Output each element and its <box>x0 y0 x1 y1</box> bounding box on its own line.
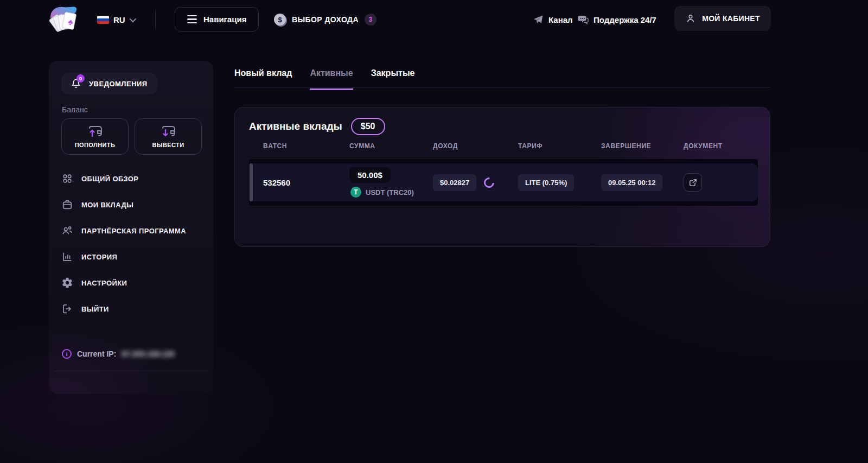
chart-icon <box>61 251 73 263</box>
navigation-label: Навигация <box>203 15 246 24</box>
header-divider <box>155 10 156 29</box>
sidebar-item-label: НАСТРОЙКИ <box>81 279 127 287</box>
sidebar-item-label: ВЫЙТИ <box>81 305 109 313</box>
row-currency-line: T USDT (TRC20) <box>349 187 414 198</box>
current-ip-value: 87.205.168.126 <box>122 350 174 358</box>
top-header: ♠ RU Навигация $ ВЫБОР ДОХОДА 3 Канал По… <box>0 0 868 39</box>
my-cabinet-label: МОЙ КАБИНЕТ <box>702 14 760 23</box>
sidebar-menu: ОБЩИЙ ОБЗОР МОИ ВКЛАДЫ ПАРТНЁРСКАЯ ПРОГР… <box>61 166 208 322</box>
telegram-icon <box>533 14 544 25</box>
row-amount-cell: 50.00$ T USDT (TRC20) <box>335 167 419 198</box>
support-link[interactable]: Поддержка 24/7 <box>577 12 656 27</box>
briefcase-icon <box>61 199 73 211</box>
chat-bubbles-icon <box>577 14 589 25</box>
total-amount-badge: $50 <box>351 118 385 135</box>
dollar-coin-icon: $ <box>274 14 286 26</box>
deposit-button[interactable]: ПОПОЛНИТЬ <box>61 118 129 155</box>
sidebar-item-label: ОБЩИЙ ОБЗОР <box>81 175 138 183</box>
column-amount: СУММА <box>335 142 419 150</box>
info-icon: i <box>62 349 72 359</box>
sidebar-footer-divider <box>54 371 208 371</box>
table-row: 532560 50.00$ T USDT (TRC20) $0.02827 LI… <box>249 163 758 201</box>
active-deposits-panel: Активные вклады $50 BATCH СУММА ДОХОД ТА… <box>234 107 770 247</box>
open-document-button[interactable] <box>684 173 702 192</box>
wallet-up-icon <box>86 125 104 139</box>
row-income-cell: $0.02827 <box>419 174 504 191</box>
panel-title: Активные вклады <box>249 120 342 132</box>
chevron-down-icon <box>129 15 136 22</box>
row-document-cell <box>669 173 758 192</box>
withdraw-label: ВЫВЕСТИ <box>152 142 184 148</box>
navigation-button[interactable]: Навигация <box>175 7 259 31</box>
deposit-label: ПОПОЛНИТЬ <box>75 142 115 148</box>
language-code: RU <box>113 15 125 24</box>
income-select-label: ВЫБОР ДОХОДА <box>292 15 359 24</box>
russian-flag-icon <box>97 16 109 24</box>
tab-new-deposit[interactable]: Новый вклад <box>234 68 292 90</box>
gear-icon <box>61 277 73 289</box>
panel-header: Активные вклады $50 <box>249 116 385 137</box>
sidebar: 0 УВЕДОМЛЕНИЯ Баланс ПОПОЛНИТЬ ВЫВЕСТИ О… <box>49 61 213 394</box>
loading-spinner-icon <box>482 175 496 190</box>
notifications-label: УВЕДОМЛЕНИЯ <box>89 80 148 88</box>
sidebar-item-label: ИСТОРИЯ <box>81 253 117 261</box>
channel-label: Канал <box>548 15 573 24</box>
sidebar-item-logout[interactable]: ВЫЙТИ <box>61 296 208 322</box>
income-select-button[interactable]: $ ВЫБОР ДОХОДА 3 <box>274 11 376 28</box>
sidebar-item-partners[interactable]: ПАРТНЁРСКАЯ ПРОГРАММА <box>61 218 208 244</box>
tab-active[interactable]: Активные <box>310 68 353 90</box>
notifications-button[interactable]: 0 УВЕДОМЛЕНИЯ <box>61 73 157 94</box>
sidebar-item-overview[interactable]: ОБЩИЙ ОБЗОР <box>61 166 208 192</box>
logout-icon <box>61 303 73 315</box>
row-amount: 50.00$ <box>349 167 391 183</box>
users-icon <box>61 225 73 237</box>
row-tariff: LITE (0.75%) <box>518 174 574 191</box>
row-completion-cell: 09.05.25 00:12 <box>587 174 669 191</box>
tab-closed[interactable]: Закрытые <box>371 68 415 90</box>
tether-icon: T <box>350 187 361 198</box>
row-currency: USDT (TRC20) <box>366 188 414 196</box>
table-header-row: BATCH СУММА ДОХОД ТАРИФ ЗАВЕРШЕНИЕ ДОКУМ… <box>249 142 758 150</box>
column-batch: BATCH <box>249 142 335 150</box>
column-income: ДОХОД <box>419 142 504 150</box>
column-completion: ЗАВЕРШЕНИЕ <box>587 142 669 150</box>
row-batch: 532560 <box>249 178 335 187</box>
sidebar-item-label: ПАРТНЁРСКАЯ ПРОГРАММА <box>81 227 186 235</box>
sidebar-item-label: МОИ ВКЛАДЫ <box>81 201 133 209</box>
deposits-table: 532560 50.00$ T USDT (TRC20) $0.02827 LI… <box>249 159 758 206</box>
sidebar-item-settings[interactable]: НАСТРОЙКИ <box>61 270 208 296</box>
deposits-tabs: Новый вклад Активные Закрытые <box>234 68 414 90</box>
my-cabinet-button[interactable]: МОЙ КАБИНЕТ <box>674 6 771 31</box>
balance-label: Баланс <box>62 105 88 114</box>
column-document: ДОКУМЕНТ <box>669 142 758 150</box>
row-tariff-cell: LITE (0.75%) <box>504 174 587 191</box>
external-link-icon <box>688 178 698 187</box>
cards-flame-logo-icon: ♠ <box>47 2 81 37</box>
bell-icon: 0 <box>70 78 82 90</box>
app-logo[interactable]: ♠ <box>47 2 81 37</box>
sidebar-item-history[interactable]: ИСТОРИЯ <box>61 244 208 270</box>
row-income: $0.02827 <box>433 174 476 191</box>
language-selector[interactable]: RU <box>97 11 135 28</box>
person-icon <box>685 13 696 24</box>
grid-icon <box>61 173 73 185</box>
channel-link[interactable]: Канал <box>533 12 573 27</box>
notifications-badge: 0 <box>76 74 85 83</box>
row-completion: 09.05.25 00:12 <box>601 174 662 191</box>
current-ip-label: Current IP: <box>77 350 116 358</box>
hamburger-icon <box>187 15 197 23</box>
sidebar-item-deposits[interactable]: МОИ ВКЛАДЫ <box>61 192 208 218</box>
current-ip-row: i Current IP: 87.205.168.126 <box>62 346 175 361</box>
column-tariff: ТАРИФ <box>504 142 587 150</box>
income-count-badge: 3 <box>365 14 376 26</box>
support-label: Поддержка 24/7 <box>593 15 656 24</box>
withdraw-button[interactable]: ВЫВЕСТИ <box>135 118 202 155</box>
table-scrollbar[interactable] <box>250 163 253 201</box>
wallet-down-icon <box>159 125 177 139</box>
